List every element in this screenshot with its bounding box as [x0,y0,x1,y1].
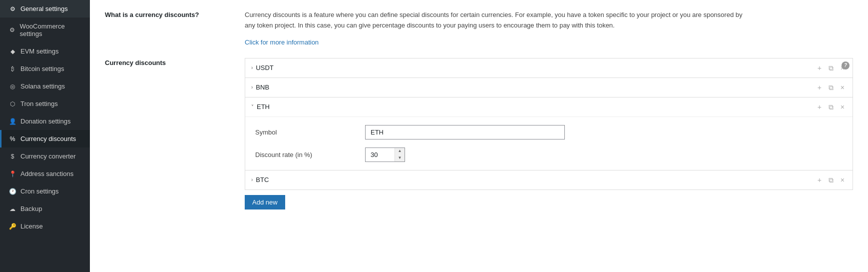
sidebar-item-label: General settings [20,5,68,12]
spinner-buttons: ▲ ▼ [395,148,405,162]
percent-icon: % [8,136,16,142]
eth-discount-field-label: Discount rate (in %) [255,151,365,158]
discount-item-bnb-header[interactable]: › BNB + ⧉ × [245,78,853,97]
btc-remove-button[interactable]: × [839,176,847,184]
eth-copy-button[interactable]: ⧉ [827,102,836,112]
sidebar-item-donation-settings[interactable]: 👤 Donation settings [0,112,90,130]
user-icon: 👤 [8,118,16,125]
spinner-up-button[interactable]: ▲ [395,148,405,155]
sidebar-item-tron-settings[interactable]: ⬡ Tron settings [0,95,90,112]
clock-icon: 🕐 [8,188,16,195]
sidebar-item-currency-discounts[interactable]: % Currency discounts [0,130,90,148]
diamond-icon: ◆ [8,48,16,55]
bnb-add-button[interactable]: + [816,83,824,92]
sidebar-item-label: License [20,222,43,230]
bnb-copy-button[interactable]: ⧉ [827,83,836,92]
discount-item-btc: › BTC + ⧉ × [245,170,853,190]
sidebar-item-license[interactable]: 🔑 License [0,218,90,235]
sidebar-item-label: Currency converter [20,152,76,160]
sidebar-item-label: EVM settings [20,48,59,55]
sidebar-item-bitcoin-settings[interactable]: ₿ Bitcoin settings [0,60,90,78]
discount-item-usdt: › USDT + ⧉ × [245,58,853,78]
bnb-actions: + ⧉ × [816,83,847,92]
eth-add-button[interactable]: + [816,102,824,112]
sidebar-item-label: Currency discounts [20,135,76,142]
gear-icon: ⚙ [8,6,16,12]
bnb-label: BNB [256,84,269,91]
bitcoin-icon: ₿ [8,66,16,72]
solana-icon: ◎ [8,83,16,90]
discount-item-eth: ˅ ETH + ⧉ × Symbol [245,98,853,170]
sidebar-item-label: Cron settings [20,188,59,195]
discount-item-eth-title: ˅ ETH [251,103,270,110]
spinner-down-button[interactable]: ▼ [395,154,405,162]
discount-item-btc-title: › BTC [251,176,269,184]
sidebar-item-label: Backup [20,205,42,212]
cloud-icon: ☁ [8,206,16,212]
description-text: Currency discounts is a feature where yo… [245,10,744,31]
discount-item-btc-header[interactable]: › BTC + ⧉ × [245,170,853,190]
sidebar-item-backup[interactable]: ☁ Backup [0,200,90,218]
main-content: What is a currency discounts? Currency d… [90,0,868,272]
sidebar-item-currency-converter[interactable]: $ Currency converter [0,148,90,165]
usdt-add-button[interactable]: + [816,64,824,72]
sidebar-item-label: WooCommerce settings [20,22,83,38]
eth-discount-input-wrap: ▲ ▼ [365,148,405,162]
sidebar-item-woocommerce-settings[interactable]: ⚙ WooCommerce settings [0,18,90,42]
sidebar-item-label: Address sanctions [20,170,73,178]
discount-item-bnb-title: › BNB [251,84,269,91]
sidebar-item-evm-settings[interactable]: ◆ EVM settings [0,42,90,60]
currency-discounts-content: ? › USDT + ⧉ × [245,58,853,210]
chevron-down-icon: ˅ [251,104,254,110]
eth-expanded-body: Symbol Discount rate (in %) ▲ ▼ [245,116,853,170]
eth-symbol-row: Symbol [255,125,843,140]
sidebar: ⚙ General settings ⚙ WooCommerce setting… [0,0,90,272]
sidebar-item-label: Donation settings [20,118,70,125]
btc-actions: + ⧉ × [816,176,847,184]
sidebar-item-address-sanctions[interactable]: 📍 Address sanctions [0,165,90,182]
discount-item-usdt-header[interactable]: › USDT + ⧉ × [245,58,853,78]
btc-add-button[interactable]: + [816,176,824,184]
description-label: What is a currency discounts? [105,10,245,46]
usdt-label: USDT [256,64,273,72]
description-content: Currency discounts is a feature where yo… [245,10,853,46]
eth-symbol-field-label: Symbol [255,128,365,136]
currency-discounts-label: Currency discounts [105,58,245,210]
sidebar-item-label: Tron settings [20,100,58,108]
usdt-copy-button[interactable]: ⧉ [827,64,836,72]
eth-actions: + ⧉ × [816,102,847,112]
sidebar-item-general-settings[interactable]: ⚙ General settings [0,0,90,18]
more-info-link[interactable]: Click for more information [245,38,319,46]
tron-icon: ⬡ [8,100,16,108]
dollar-icon: $ [8,153,16,160]
chevron-right-icon: › [251,84,253,90]
btc-copy-button[interactable]: ⧉ [827,176,836,184]
key-icon: 🔑 [8,223,16,230]
chevron-right-icon: › [251,177,253,182]
discount-list: ? › USDT + ⧉ × [245,58,853,190]
sidebar-item-cron-settings[interactable]: 🕐 Cron settings [0,182,90,200]
sidebar-item-solana-settings[interactable]: ◎ Solana settings [0,78,90,95]
discount-item-eth-header[interactable]: ˅ ETH + ⧉ × [245,98,853,116]
discount-item-bnb: › BNB + ⧉ × [245,78,853,98]
chevron-right-icon: › [251,65,253,70]
sidebar-item-label: Bitcoin settings [20,65,64,72]
bnb-remove-button[interactable]: × [839,83,847,92]
pin-icon: 📍 [8,170,16,178]
eth-discount-row: Discount rate (in %) ▲ ▼ [255,148,843,162]
gear-icon: ⚙ [8,26,16,34]
eth-label: ETH [257,103,270,110]
btc-label: BTC [256,176,269,184]
help-icon[interactable]: ? [842,62,850,70]
description-section: What is a currency discounts? Currency d… [105,10,853,46]
sidebar-item-label: Solana settings [20,82,65,90]
add-new-button[interactable]: Add new [245,195,285,210]
eth-remove-button[interactable]: × [839,102,847,112]
eth-symbol-input[interactable] [365,125,565,140]
discount-item-usdt-title: › USDT [251,64,274,72]
currency-discounts-section: Currency discounts ? › USDT + ⧉ × [105,58,853,210]
